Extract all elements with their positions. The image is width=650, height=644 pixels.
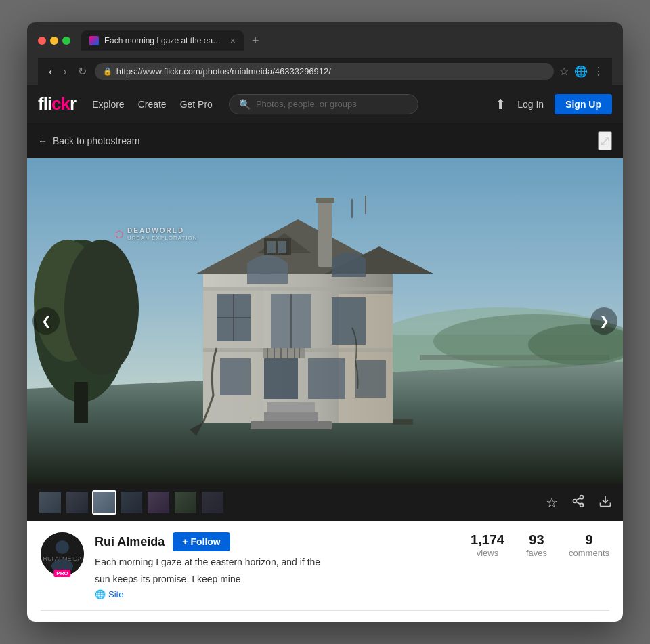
svg-rect-20 xyxy=(316,198,334,203)
back-bar: ← Back to photostream ⤢ xyxy=(27,123,623,158)
photo-main-image: ⬡ DEADWORLD URBAN EXPLORATION xyxy=(27,158,623,484)
svg-point-57 xyxy=(56,540,69,554)
photo-actions: ☆ xyxy=(546,494,612,511)
site-link[interactable]: 🌐 Site xyxy=(95,589,460,599)
thumbnail-7[interactable] xyxy=(200,490,225,515)
thumbnail-1[interactable] xyxy=(38,490,62,515)
photo-container: ⬡ DEADWORLD URBAN EXPLORATION ❮ ❯ xyxy=(27,158,623,484)
thumbnail-6[interactable] xyxy=(173,490,198,515)
globe-small-icon: 🌐 xyxy=(95,589,106,599)
nav-explore[interactable]: Explore xyxy=(92,99,124,110)
lock-icon: 🔒 xyxy=(103,67,112,76)
svg-rect-8 xyxy=(74,382,88,423)
prev-photo-button[interactable]: ❮ xyxy=(32,307,60,335)
tab-bar: Each morning I gaze at the eas… × + xyxy=(81,30,265,51)
nav-create[interactable]: Create xyxy=(138,99,167,110)
fullscreen-window-button[interactable] xyxy=(62,37,70,45)
nav-getpro[interactable]: Get Pro xyxy=(180,99,213,110)
site-label: Site xyxy=(108,589,123,599)
svg-line-53 xyxy=(576,498,580,500)
tab-favicon xyxy=(89,36,99,45)
svg-rect-42 xyxy=(264,412,318,423)
toolbar-right: ☆ 🌐 ⋮ xyxy=(559,65,604,78)
nav-right: ⬆ Log In Sign Up xyxy=(495,94,612,114)
user-name: Rui Almeida xyxy=(95,535,165,549)
stats-divider xyxy=(41,610,609,611)
flickr-nav: flickr Explore Create Get Pro 🔍 Photos, … xyxy=(27,85,623,123)
svg-rect-29 xyxy=(220,358,251,395)
flickr-logo[interactable]: flickr xyxy=(38,93,76,114)
svg-point-49 xyxy=(580,495,584,498)
close-window-button[interactable] xyxy=(38,37,46,45)
svg-rect-35 xyxy=(263,348,305,358)
back-arrow-icon: ← xyxy=(38,135,47,146)
watermark-text: DEADWORLD URBAN EXPLORATION xyxy=(127,226,198,242)
watermark: ⬡ DEADWORLD URBAN EXPLORATION xyxy=(115,226,198,242)
avatar-wrap: RUI ALMEIDA PRO xyxy=(41,532,84,576)
traffic-lights xyxy=(38,37,70,45)
active-tab[interactable]: Each morning I gaze at the eas… × xyxy=(81,30,244,51)
info-section: RUI ALMEIDA PRO Rui Almeida + Follow Eac… xyxy=(27,521,623,622)
browser-toolbar: ‹ › ↻ 🔒 https://www.flickr.com/photos/ru… xyxy=(38,58,612,85)
refresh-button[interactable]: ↻ xyxy=(75,64,89,80)
user-info: Rui Almeida + Follow Each morning I gaze… xyxy=(95,532,460,599)
photo-view: ← Back to photostream ⤢ xyxy=(27,123,623,521)
new-tab-button[interactable]: + xyxy=(246,31,265,51)
search-bar[interactable]: 🔍 Photos, people, or groups xyxy=(229,94,418,114)
svg-point-51 xyxy=(580,503,584,507)
back-button[interactable]: ‹ xyxy=(46,64,55,80)
menu-icon[interactable]: ⋮ xyxy=(593,65,604,78)
thumbnail-strip xyxy=(38,490,225,515)
search-placeholder: Photos, people, or groups xyxy=(256,99,357,109)
svg-rect-44 xyxy=(251,421,332,429)
svg-rect-34 xyxy=(203,287,393,291)
svg-rect-30 xyxy=(264,358,298,399)
watermark-line2: URBAN EXPLORATION xyxy=(127,235,198,242)
user-name-row: Rui Almeida + Follow xyxy=(95,532,460,551)
svg-rect-32 xyxy=(355,360,386,398)
svg-rect-46 xyxy=(393,419,413,425)
svg-rect-28 xyxy=(332,297,366,345)
comments-value: 9 xyxy=(569,532,609,548)
thumbnail-5[interactable] xyxy=(146,490,171,515)
share-button[interactable] xyxy=(571,494,585,511)
comments-stat: 9 comments xyxy=(569,532,609,558)
thumbnail-3[interactable] xyxy=(92,490,116,515)
flickr-app: flickr Explore Create Get Pro 🔍 Photos, … xyxy=(27,85,623,622)
svg-rect-19 xyxy=(318,199,332,267)
views-stat: 1,174 views xyxy=(471,532,504,558)
login-link[interactable]: Log In xyxy=(517,99,544,110)
forward-button[interactable]: › xyxy=(60,64,69,80)
svg-rect-43 xyxy=(267,402,315,412)
back-to-photostream-link[interactable]: ← Back to photostream xyxy=(38,135,139,146)
photo-footer: ☆ xyxy=(27,484,623,521)
follow-button[interactable]: + Follow xyxy=(173,532,230,551)
comments-label: comments xyxy=(569,548,609,558)
download-button[interactable] xyxy=(599,494,612,511)
faves-label: faves xyxy=(526,548,547,558)
upload-button[interactable]: ⬆ xyxy=(495,96,506,112)
watermark-line1: DEADWORLD xyxy=(127,226,198,235)
svg-rect-17 xyxy=(267,241,276,253)
search-icon: 🔍 xyxy=(239,99,251,110)
globe-icon[interactable]: 🌐 xyxy=(574,65,588,78)
svg-point-50 xyxy=(573,499,577,502)
url-display: https://www.flickr.com/photos/ruialmeida… xyxy=(116,66,546,77)
expand-button[interactable]: ⤢ xyxy=(598,131,612,150)
nav-links: Explore Create Get Pro xyxy=(92,99,213,110)
thumbnail-4[interactable] xyxy=(119,490,144,515)
bookmark-icon[interactable]: ☆ xyxy=(559,65,569,78)
favorite-button[interactable]: ☆ xyxy=(546,494,558,511)
next-photo-button[interactable]: ❯ xyxy=(590,307,618,335)
stats-section: 1,174 views 93 faves 9 comments xyxy=(471,532,609,558)
svg-rect-31 xyxy=(308,358,345,399)
faves-value: 93 xyxy=(526,532,547,548)
faves-stat: 93 faves xyxy=(526,532,547,558)
thumbnail-2[interactable] xyxy=(65,490,89,515)
tab-title: Each morning I gaze at the eas… xyxy=(104,36,225,45)
minimize-window-button[interactable] xyxy=(50,37,58,45)
address-bar[interactable]: 🔒 https://www.flickr.com/photos/ruialmei… xyxy=(95,63,554,80)
signup-button[interactable]: Sign Up xyxy=(555,94,612,114)
tab-close-button[interactable]: × xyxy=(230,35,236,46)
views-value: 1,174 xyxy=(471,532,504,548)
